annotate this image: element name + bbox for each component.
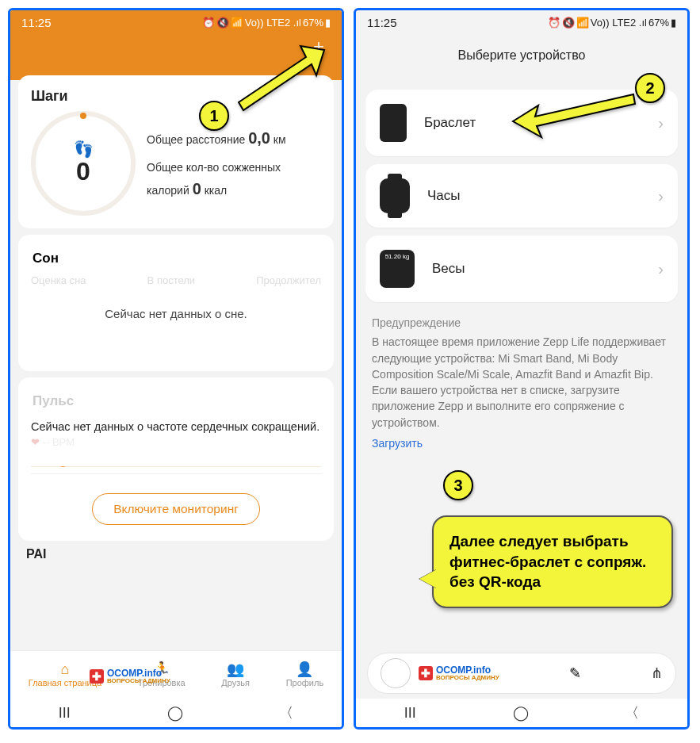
sleep-title: Сон bbox=[31, 247, 321, 270]
nav-friends-label: Друзья bbox=[221, 678, 250, 687]
annotation-callout: Далее следует выбрать фитнес-браслет с с… bbox=[432, 515, 673, 608]
scale-icon: 51.20 kg bbox=[380, 250, 415, 288]
home-button[interactable]: ◯ bbox=[513, 704, 529, 722]
chevron-right-icon: › bbox=[658, 114, 664, 132]
network-label: Vo)) LTE2 .ıl bbox=[245, 17, 301, 29]
annotation-arrow-1 bbox=[221, 44, 340, 118]
footsteps-icon: 👣 bbox=[74, 141, 94, 157]
status-right: ⏰ 🔇 📶 Vo)) LTE2 .ıl 67% ▮ bbox=[548, 17, 676, 29]
annotation-circle-3: 3 bbox=[443, 470, 473, 500]
sleep-columns: Оценка сна В постели Продолжител bbox=[31, 274, 321, 286]
step-count: 0 bbox=[76, 157, 90, 186]
annotation-arrow-2 bbox=[507, 90, 649, 148]
download-link[interactable]: Загрузить bbox=[372, 435, 671, 451]
bottom-nav: ⌂ Главная страница 🏃 Тренировка 👥 Друзья… bbox=[10, 650, 342, 699]
distance-label: Общее расстояние bbox=[147, 133, 245, 146]
crop-icon[interactable]: ✎ bbox=[569, 664, 581, 682]
watermark-plus-icon: ✚ bbox=[419, 666, 433, 680]
choose-device-title: Выберите устройство bbox=[356, 34, 687, 82]
sleep-col2: В постели bbox=[147, 274, 196, 286]
chevron-right-icon: › bbox=[658, 187, 664, 205]
back-button[interactable]: 〈 bbox=[279, 703, 293, 722]
annotation-circle-2: 2 bbox=[635, 73, 665, 103]
svg-marker-1 bbox=[513, 94, 635, 137]
warning-title: Предупреждение bbox=[372, 315, 671, 331]
status-time: 11:25 bbox=[21, 16, 52, 29]
band-icon bbox=[380, 104, 407, 142]
nav-profile-label: Профиль bbox=[286, 678, 324, 687]
device-watch-label: Часы bbox=[427, 188, 658, 204]
home-button[interactable]: ◯ bbox=[167, 704, 183, 722]
step-stats: Общее расстояние 0,0 км Общее кол-во сож… bbox=[147, 125, 321, 201]
watch-icon bbox=[380, 178, 410, 213]
alarm-icon: ⏰ bbox=[548, 17, 560, 29]
pulse-card[interactable]: Пульс Сейчас нет данных о частоте сердеч… bbox=[18, 377, 334, 541]
calories-unit: ккал bbox=[205, 184, 228, 197]
back-button[interactable]: 〈 bbox=[625, 703, 639, 722]
step-ring: 👣 0 bbox=[31, 111, 136, 216]
distance-value: 0,0 bbox=[248, 129, 270, 147]
android-navbar: III ◯ 〈 bbox=[10, 699, 342, 727]
watermark-plus-icon: ✚ bbox=[90, 669, 104, 684]
callout-text: Далее следует выбрать фитнес-браслет с с… bbox=[449, 533, 646, 590]
watermark-sub: ВОПРОСЫ АДМИНУ bbox=[107, 678, 170, 684]
bpm-value: -- BPM bbox=[43, 436, 75, 448]
device-watch-row[interactable]: Часы › bbox=[365, 164, 678, 228]
mute-icon: 🔇 bbox=[216, 17, 229, 29]
pulse-sparkline bbox=[31, 451, 321, 474]
annotation-num-2: 2 bbox=[645, 79, 654, 98]
sleep-card[interactable]: Сон Оценка сна В постели Продолжител Сей… bbox=[18, 235, 334, 371]
annotation-circle-1: 1 bbox=[199, 101, 229, 131]
watermark: ✚ OCOMP.info ВОПРОСЫ АДМИНУ bbox=[90, 668, 170, 684]
warning-body: В настоящее время приложение Zepp Life п… bbox=[372, 334, 671, 431]
battery-icon: ▮ bbox=[325, 17, 331, 29]
annotation-num-1: 1 bbox=[209, 107, 218, 125]
distance-unit: км bbox=[273, 133, 286, 146]
bottom-toolbar: ✚ OCOMP.info ВОПРОСЫ АДМИНУ ✎ ⋔ bbox=[367, 653, 676, 694]
android-navbar: III ◯ 〈 bbox=[356, 699, 687, 727]
mute-icon: 🔇 bbox=[562, 17, 575, 29]
pai-title[interactable]: PAI bbox=[26, 547, 342, 561]
recents-button[interactable]: III bbox=[59, 705, 71, 722]
battery-label: 67% bbox=[648, 17, 669, 29]
wifi-icon: 📶 bbox=[576, 17, 589, 29]
pulse-empty: Сейчас нет данных о частоте сердечных со… bbox=[31, 412, 321, 436]
phone-screen-1: 11:25 ⏰ 🔇 📶 Vo)) LTE2 .ıl 67% ▮ ＋ Шаги 👣… bbox=[8, 8, 344, 730]
sleep-empty: Сейчас нет данных о сне. bbox=[31, 286, 321, 335]
status-bar: 11:25 ⏰ 🔇 📶 Vo)) LTE2 .ıl 67% ▮ bbox=[356, 10, 687, 34]
nav-profile[interactable]: 👤 Профиль bbox=[286, 662, 324, 687]
home-icon: ⌂ bbox=[61, 662, 70, 676]
pulse-title: Пульс bbox=[31, 390, 321, 412]
status-time: 11:25 bbox=[367, 16, 397, 29]
warning-block: Предупреждение В настоящее время приложе… bbox=[356, 310, 687, 451]
heart-icon: ❤ bbox=[31, 436, 40, 448]
sleep-col3: Продолжител bbox=[256, 274, 321, 286]
alarm-icon: ⏰ bbox=[202, 17, 215, 29]
network-label: Vo)) LTE2 .ıl bbox=[591, 17, 647, 29]
svg-marker-0 bbox=[239, 46, 324, 110]
calories-value: 0 bbox=[193, 180, 201, 197]
annotation-num-3: 3 bbox=[453, 477, 462, 495]
profile-icon: 👤 bbox=[296, 662, 313, 676]
battery-icon: ▮ bbox=[671, 17, 676, 29]
wifi-icon: 📶 bbox=[231, 17, 243, 29]
friends-icon: 👥 bbox=[227, 662, 244, 676]
share-icon[interactable]: ⋔ bbox=[651, 664, 663, 682]
status-bar: 11:25 ⏰ 🔇 📶 Vo)) LTE2 .ıl 67% ▮ bbox=[10, 10, 342, 34]
device-scale-label: Весы bbox=[432, 261, 658, 277]
tool-badge[interactable] bbox=[381, 658, 411, 688]
recents-button[interactable]: III bbox=[404, 705, 416, 722]
phone-screen-2: 11:25 ⏰ 🔇 📶 Vo)) LTE2 .ıl 67% ▮ Выберите… bbox=[354, 8, 690, 730]
watermark: ✚ OCOMP.info ВОПРОСЫ АДМИНУ bbox=[419, 665, 499, 681]
status-right: ⏰ 🔇 📶 Vo)) LTE2 .ıl 67% ▮ bbox=[202, 17, 331, 29]
nav-friends[interactable]: 👥 Друзья bbox=[221, 662, 250, 687]
device-scale-row[interactable]: 51.20 kg Весы › bbox=[365, 236, 678, 302]
battery-label: 67% bbox=[303, 17, 323, 29]
sleep-col1: Оценка сна bbox=[31, 274, 86, 286]
enable-monitoring-button[interactable]: Включите мониторинг bbox=[92, 493, 260, 525]
watermark-sub: ВОПРОСЫ АДМИНУ bbox=[436, 675, 499, 681]
chevron-right-icon: › bbox=[658, 260, 664, 278]
